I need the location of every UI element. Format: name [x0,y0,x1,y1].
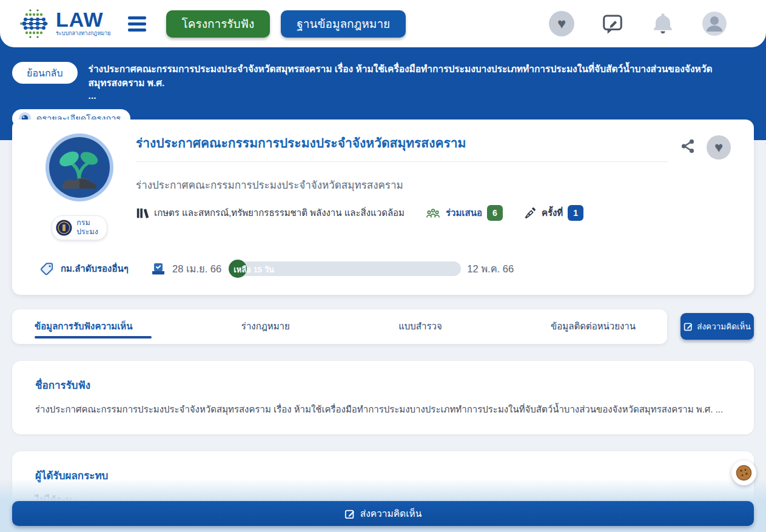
menu-toggle-button[interactable] [128,16,146,32]
cookie-settings-button[interactable] [731,460,756,485]
edit-square-icon [684,322,693,331]
breadcrumb: ร่างประกาศคณะกรรมการประมงประจำจังหวัดสมุ… [89,62,754,101]
logo-dots-icon [18,7,50,40]
timeline-row: กม.ลำดับรองอื่นๆ 28 เม.ย. 66 เหลือ 15 วั… [30,261,731,277]
bottom-submit-comment-label: ส่งความคิดเห็น [360,506,422,521]
end-date: 12 พ.ค. 66 [467,261,514,277]
seedling-plant-icon [45,133,114,202]
project-meta-row: เกษตร และสหกรณ์,ทรัพยากรธรรมชาติ พลังงาน… [136,205,731,221]
profile-button[interactable] [702,11,727,36]
breadcrumb-ellipsis: ... [89,90,754,101]
hero-section: ย้อนกลับ ร่างประกาศคณะกรรมการประมงประจำจ… [0,47,766,128]
section-hearing-name: ชื่อการรับฟัง ร่างประกาศคณะกรรมการประมงป… [12,361,754,435]
projects-nav-button[interactable]: โครงการรับฟัง [166,10,270,38]
project-subtitle: ร่างประกาศคณะกรรมการประมงประจำจังหวัดสมุ… [136,177,731,193]
heart-icon: ♥ [714,140,723,155]
profile-avatar-icon [702,11,727,36]
agency-name: กรม ประมง [76,218,98,237]
start-date: 28 เม.ย. 66 [172,261,221,277]
app-logo[interactable]: LAW ระบบกลางทางกฎหมาย [18,7,111,40]
title-divider [136,161,668,162]
bottom-submit-comment-button[interactable]: ส่งความคิดเห็น [12,501,754,526]
remaining-days-label: เหลือ 15 วัน [233,263,274,276]
notifications-bell-icon [651,12,675,36]
tab-draft-law[interactable]: ร่างกฎหมาย [241,309,290,344]
share-button[interactable] [680,138,696,156]
top-navigation-bar: LAW ระบบกลางทางกฎหมาย โครงการรับฟัง ฐานข… [0,0,766,47]
law-database-nav-button[interactable]: ฐานข้อมูลกฎหมาย [281,10,406,38]
logo-text: LAW ระบบกลางทางกฎหมาย [56,10,111,38]
people-group-icon [425,206,441,220]
tag-icon [40,261,55,276]
law-type-label: กม.ลำดับรองอื่นๆ [61,261,129,276]
notifications-button[interactable] [651,12,675,36]
submit-comment-button[interactable]: ส่งความคิดเห็น [680,313,754,340]
section-heading: ชื่อการรับฟัง [35,377,731,393]
participate-count-badge: 6 [487,205,503,221]
cookie-icon [736,465,752,481]
logo-title: LAW [56,10,111,29]
department-of-fisheries-seal [56,220,72,236]
tab-hearing-info[interactable]: ข้อมูลการรับฟังความเห็น [35,309,132,344]
back-button[interactable]: ย้อนกลับ [12,62,78,84]
menu-icon [128,16,146,19]
share-icon [680,138,696,154]
favorites-button[interactable]: ♥ [549,11,574,36]
favorite-project-button[interactable]: ♥ [707,135,731,160]
logo-subtitle: ระบบกลางทางกฎหมาย [56,29,111,38]
round-label: ครั้งที่ [542,206,563,220]
pen-nib-icon [523,206,537,220]
breadcrumb-title: ร่างประกาศคณะกรรมการประมงประจำจังหวัดสมุ… [89,62,754,90]
tabs-row: ข้อมูลการรับฟังความเห็น ร่างกฎหมาย แบบสำ… [12,309,754,344]
tab-survey[interactable]: แบบสำรวจ [398,309,442,344]
header-icons: ♥ [549,11,727,36]
feedback-button[interactable] [601,12,624,35]
project-title: ร่างประกาศคณะกรรมการประมงประจำจังหวัดสมุ… [136,133,668,153]
favorites-heart-icon: ♥ [549,11,574,36]
round-count-badge: 1 [568,205,583,221]
tab-bar: ข้อมูลการรับฟังความเห็น ร่างกฎหมาย แบบสำ… [12,309,667,344]
participate-label: ร่วมเสนอ [446,206,482,220]
project-card: กรม ประมง ร่างประกาศคณะกรรมการประมงประจำ… [12,120,754,295]
feedback-comment-icon [601,12,624,35]
submit-comment-label: ส่งความคิดเห็น [697,320,750,333]
category-label: เกษตร และสหกรณ์,ทรัพยากรธรรมชาติ พลังงาน… [154,206,405,220]
ballot-box-icon [150,261,166,276]
library-books-icon [136,206,149,220]
tab-agency-contact[interactable]: ข้อมูลติดต่อหน่วยงาน [551,309,636,344]
page: LAW ระบบกลางทางกฎหมาย โครงการรับฟัง ฐานข… [0,0,766,532]
edit-square-icon [344,508,355,519]
bottom-action-bar: ส่งความคิดเห็น [0,479,766,532]
section-body: ร่างประกาศคณะกรรมการประมงประจำจังหวัดสมุ… [35,403,731,417]
remaining-progress-bar: เหลือ 15 วัน [229,261,461,276]
agency-badge[interactable]: กรม ประมง [52,215,107,240]
